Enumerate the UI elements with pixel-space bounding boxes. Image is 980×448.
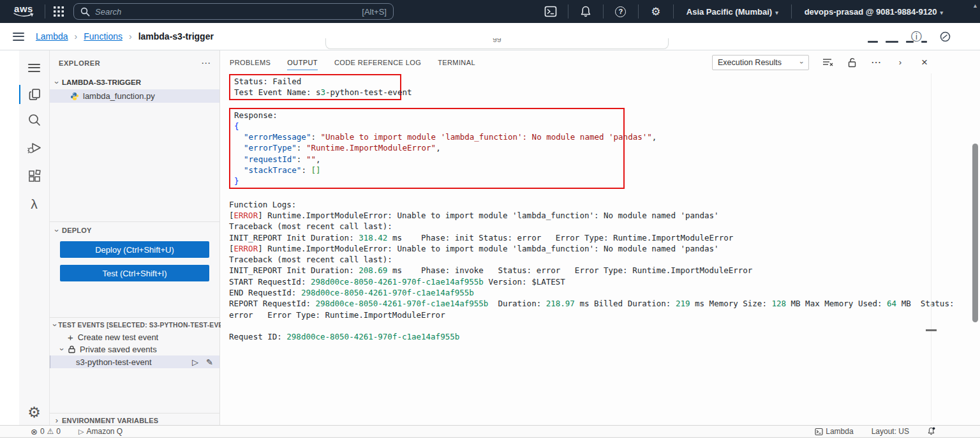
run-debug-icon[interactable] xyxy=(19,138,49,158)
invoke-test-event-icon[interactable]: ▷ xyxy=(192,357,198,367)
chevron-right-icon: › xyxy=(75,31,78,41)
output-line: Status: Failed xyxy=(234,76,396,87)
panel-collapse-icon[interactable]: › xyxy=(895,57,906,68)
clipped-text-fragment: gg xyxy=(493,38,501,42)
chevron-down-icon: › xyxy=(57,347,67,353)
manage-gear-icon[interactable]: ⚙ xyxy=(19,403,49,422)
clear-output-icon[interactable] xyxy=(822,57,833,68)
file-lambda-function[interactable]: lambda_function.py xyxy=(50,89,219,103)
gear-glyph: ⚙ xyxy=(27,404,41,421)
tab-problems[interactable]: PROBLEMS xyxy=(230,55,271,70)
output-line: INIT_REPORT Init Duration: 318.42 ms Pha… xyxy=(229,232,934,243)
divider xyxy=(638,4,639,19)
account-menu[interactable]: devops-prasad @ 9081-9884-9120▾ xyxy=(798,7,949,17)
project-tree-root[interactable]: › LAMBDA-S3-TRIGGER xyxy=(50,76,219,89)
function-logs: Function Logs:[ERROR] Runtime.ImportModu… xyxy=(229,199,934,343)
python-file-icon xyxy=(70,92,79,101)
tab-terminal[interactable]: TERMINAL xyxy=(438,55,475,70)
response-highlight-box: Response:{ "errorMessage": "Unable to im… xyxy=(229,108,625,189)
amazon-q-status[interactable]: ▷ Amazon Q xyxy=(76,427,125,436)
unlock-scroll-icon[interactable] xyxy=(846,57,858,68)
search-input[interactable]: Search [Alt+S] xyxy=(73,3,394,20)
search-panel-icon[interactable] xyxy=(19,110,49,130)
clipped-toolbar-icons xyxy=(868,41,932,45)
breadcrumb-functions[interactable]: Functions xyxy=(84,31,122,41)
section-divider xyxy=(50,221,219,222)
side-menu-icon[interactable] xyxy=(13,33,24,41)
layout-label: Layout: US xyxy=(872,427,909,436)
notifications-bell-icon[interactable] xyxy=(575,3,597,20)
output-line: END RequestId: 298d00ce-8050-4261-970f-c… xyxy=(229,287,934,298)
question-glyph: ? xyxy=(615,6,626,17)
create-test-event-label: Create new test event xyxy=(78,332,158,342)
environment-variables-section-header[interactable]: › ENVIRONMENT VARIABLES xyxy=(50,415,219,426)
panel-header: PROBLEMSOUTPUTCODE REFERENCE LOGTERMINAL… xyxy=(221,50,980,74)
output-line: error Error Type: Runtime.ImportModuleEr… xyxy=(229,310,934,320)
test-event-name: s3-python-test-event xyxy=(76,357,152,367)
aws-logo[interactable]: aws xyxy=(9,5,38,18)
tab-output[interactable]: OUTPUT xyxy=(287,55,318,70)
services-grid-icon[interactable] xyxy=(52,4,66,19)
aws-lambda-panel-icon[interactable]: λ xyxy=(19,195,49,214)
clipped-scrolled-panel: gg xyxy=(325,38,669,49)
grid-dots-icon xyxy=(53,6,64,17)
private-saved-events-group[interactable]: › Private saved events xyxy=(50,343,219,355)
page-scrollbar-thumb[interactable] xyxy=(972,144,978,322)
deploy-section-header[interactable]: › DEPLOY xyxy=(50,224,219,237)
panel-close-icon[interactable]: × xyxy=(919,57,930,68)
chevron-right-icon: › xyxy=(129,31,132,41)
caret-down-icon: ▾ xyxy=(775,10,778,16)
output-line: Traceback (most recent call last): xyxy=(229,254,934,265)
explorer-sidebar: EXPLORER ⋯ › LAMBDA-S3-TRIGGER lambda_fu… xyxy=(49,50,220,426)
output-line: START RequestId: 298d00ce-8050-4261-970f… xyxy=(229,276,934,287)
output-line: { xyxy=(234,121,620,131)
env-vars-title: ENVIRONMENT VARIABLES xyxy=(62,417,158,424)
output-line: Response: xyxy=(234,110,620,121)
lambda-status-label: Lambda xyxy=(826,427,853,436)
editor-menu-icon[interactable] xyxy=(19,58,49,77)
explorer-title: EXPLORER xyxy=(59,59,100,67)
divider xyxy=(568,4,568,19)
output-line: [ERROR] Runtime.ImportModuleError: Unabl… xyxy=(229,243,934,254)
feedback-slash-icon[interactable] xyxy=(940,31,951,42)
cloudshell-icon[interactable] xyxy=(540,3,561,20)
private-saved-events-label: Private saved events xyxy=(80,345,157,354)
explorer-files-icon[interactable] xyxy=(19,85,49,104)
terminal-icon xyxy=(815,428,823,436)
output-line: "errorType": "Runtime.ImportModuleError"… xyxy=(234,142,620,153)
panel-scrollbar-thumb[interactable] xyxy=(926,329,937,331)
output-line: [ERROR] Runtime.ImportModuleError: Unabl… xyxy=(229,210,934,221)
aws-logo-text: aws xyxy=(14,5,33,13)
account-label: devops-prasad @ 9081-9884-9120 xyxy=(805,7,937,17)
warning-count: 0 xyxy=(56,427,61,436)
breadcrumb-lambda[interactable]: Lambda xyxy=(36,31,68,41)
chevron-down-icon: › xyxy=(52,79,62,86)
extensions-icon[interactable] xyxy=(19,167,49,186)
tab-code-reference-log[interactable]: CODE REFERENCE LOG xyxy=(334,55,421,70)
panel-scrollbar-track xyxy=(931,73,932,421)
problems-status[interactable]: ⊗ 0 ⚠ 0 xyxy=(28,427,63,437)
region-selector[interactable]: Asia Pacific (Mumbai)▾ xyxy=(680,7,785,17)
explorer-more-icon[interactable]: ⋯ xyxy=(201,57,211,69)
help-icon[interactable]: ? xyxy=(610,3,632,20)
caret-down-icon: ▾ xyxy=(940,10,943,16)
edit-test-event-icon[interactable]: ✎ xyxy=(206,357,213,367)
output-line xyxy=(229,320,934,331)
test-event-s3-python[interactable]: s3-python-test-event ▷ ✎ xyxy=(50,355,219,368)
panel-more-icon[interactable]: ⋯ xyxy=(870,57,882,68)
deploy-button[interactable]: Deploy (Ctrl+Shift+U) xyxy=(60,241,209,258)
status-highlight-box: Status: FailedTest Event Name: s3-python… xyxy=(229,74,401,100)
chevron-down-icon: › xyxy=(899,57,902,67)
activity-bar: λ ⚙ xyxy=(19,50,49,426)
test-button[interactable]: Test (Ctrl+Shift+I) xyxy=(60,265,209,281)
amazon-q-label: Amazon Q xyxy=(87,427,123,436)
layout-status[interactable]: Layout: US xyxy=(869,427,912,436)
create-test-event[interactable]: + Create new test event xyxy=(50,331,219,343)
notifications-status[interactable] xyxy=(924,427,938,436)
scrollbar-up-arrow-icon[interactable]: ▲ xyxy=(972,3,978,9)
lambda-terminal-status[interactable]: Lambda xyxy=(812,427,856,436)
settings-gear-icon[interactable]: ⚙ xyxy=(645,3,667,20)
execution-results-output: Status: FailedTest Event Name: s3-python… xyxy=(229,74,934,343)
output-channel-select[interactable]: Execution Results › xyxy=(712,55,809,70)
test-events-section-header[interactable]: › TEST EVENTS [SELECTED: S3-PYTHON-TEST-… xyxy=(50,319,219,331)
